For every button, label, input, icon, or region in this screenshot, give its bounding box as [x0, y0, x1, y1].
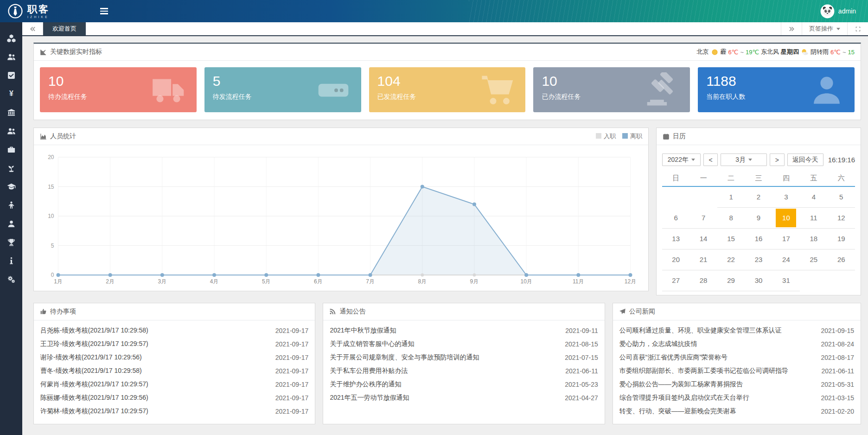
news-item[interactable]: 市委组织部副部长、市委两新工委项书记莅临公司调研指导2021-06-11 [619, 365, 854, 378]
calendar-day-selected[interactable]: 10 [772, 207, 800, 228]
sidebar-item-briefcase[interactable] [0, 140, 22, 159]
calendar-day[interactable]: 18 [800, 228, 827, 249]
sidebar-item-approval[interactable] [0, 66, 22, 84]
sidebar-item-user[interactable] [0, 214, 22, 233]
cloud-sun-icon [801, 48, 809, 56]
info-icon [7, 256, 16, 265]
calendar-day[interactable]: 13 [662, 228, 689, 249]
sidebar-item-staff[interactable] [0, 122, 22, 140]
day-of-week-header: 日 [662, 171, 689, 186]
calendar-day[interactable]: 2 [745, 186, 772, 207]
todo-item[interactable]: 吕尧栋-绩效考核(2021/9/17 10:29:58)2021-09-17 [40, 324, 308, 338]
calendar-day[interactable]: 7 [689, 207, 717, 228]
calendar-day[interactable]: 28 [689, 270, 717, 291]
paper-plane-icon [619, 308, 626, 315]
calendar-day[interactable]: 20 [662, 249, 689, 270]
sidebar-item-trophy[interactable] [0, 233, 22, 251]
calendar-day[interactable]: 22 [717, 249, 745, 270]
sidebar-item-bank[interactable] [0, 103, 22, 122]
news-item[interactable]: 综合管理提升项目签约及启动仪式在天台举行2021-03-15 [619, 391, 854, 405]
notice-item[interactable]: 2021年中秋节放假通知2021-09-11 [330, 324, 598, 338]
news-item[interactable]: 公司顺利通过质量、环境、职业健康安全管理三体系认证2021-09-15 [619, 324, 854, 338]
stat-card-已发流程任务[interactable]: 104已发流程任务 [369, 67, 526, 112]
todo-item[interactable]: 陈丽娜-绩效考核(2021/9/17 10:29:56)2021-09-17 [40, 391, 308, 405]
tabs-scroll-right-icon[interactable] [781, 22, 802, 35]
legend-item-入职[interactable]: 入职 [596, 132, 616, 141]
calendar-day[interactable]: 1 [717, 186, 745, 207]
notice-item[interactable]: 2021年五一劳动节放假通知2021-04-27 [330, 391, 598, 405]
calendar-day[interactable]: 8 [717, 207, 745, 228]
calendar-day[interactable]: 4 [800, 186, 827, 207]
person-icon [809, 72, 844, 108]
item-title: 谢珍-绩效考核(2021/9/17 10:29:56) [40, 353, 147, 362]
weather-condition-today: 霾 [721, 48, 727, 56]
graduation-cap-icon [7, 182, 16, 191]
fullscreen-icon[interactable] [847, 22, 868, 35]
news-item[interactable]: 公司喜获“浙江省优秀供应商”荣誉称号2021-08-17 [619, 351, 854, 365]
sidebar-item-salary[interactable]: ¥ [0, 84, 22, 103]
news-item[interactable]: 转变、行动、突破——迎新晚会完美谢幕2021-02-20 [619, 405, 854, 418]
calendar-day[interactable]: 15 [717, 228, 745, 249]
sidebar-item-settings[interactable] [0, 270, 22, 288]
sidebar-item-team[interactable] [0, 47, 22, 66]
tabs-scroll-left-icon[interactable] [22, 22, 43, 35]
notice-item[interactable]: 关于私车公用费用补贴办法2021-06-11 [330, 365, 598, 378]
avatar [820, 4, 835, 19]
calendar-day[interactable]: 11 [800, 207, 827, 228]
stat-card-当前在职人数[interactable]: 1188当前在职人数 [698, 67, 855, 112]
todo-item[interactable]: 王卫玲-绩效考核(2021/9/17 10:29:57)2021-09-17 [40, 338, 308, 351]
calendar-day[interactable]: 3 [772, 186, 800, 207]
tab-actions-dropdown[interactable]: 页签操作 [802, 22, 847, 35]
sidebar-item-child[interactable] [0, 196, 22, 214]
notice-list: 2021年中秋节放假通知2021-09-11关于成立销管客服中心的通知2021-… [323, 320, 604, 410]
notice-item[interactable]: 关于维护办公秩序的通知2021-05-23 [330, 378, 598, 391]
calendar-day[interactable]: 29 [717, 270, 745, 291]
calendar-day[interactable]: 12 [828, 207, 855, 228]
calendar-day[interactable]: 21 [689, 249, 717, 270]
calendar-day[interactable]: 23 [745, 249, 772, 270]
news-item[interactable]: 爱心助力，众志成城抗疫情2021-08-24 [619, 338, 854, 351]
menu-toggle-icon[interactable] [96, 4, 112, 18]
stat-card-待办流程任务[interactable]: 10待办流程任务 [40, 67, 197, 112]
calendar-day[interactable]: 16 [745, 228, 772, 249]
notice-item[interactable]: 关于开展公司规章制度、安全与事故预防培训的通知2021-07-15 [330, 351, 598, 365]
calendar-day[interactable]: 25 [800, 249, 827, 270]
todo-item[interactable]: 何蒙肖-绩效考核(2021/9/17 10:29:57)2021-09-17 [40, 378, 308, 391]
legend-item-离职[interactable]: 离职 [622, 132, 642, 141]
today-button[interactable]: 返回今天 [787, 154, 823, 166]
calendar-day[interactable]: 14 [689, 228, 717, 249]
calendar-day[interactable]: 9 [745, 207, 772, 228]
calendar-day[interactable]: 19 [828, 228, 855, 249]
calendar-day[interactable]: 17 [772, 228, 800, 249]
stat-card-待发流程任务[interactable]: 5待发流程任务 [204, 67, 361, 112]
sidebar-item-seedling[interactable] [0, 159, 22, 177]
tab-home[interactable]: 欢迎首页 [43, 22, 86, 35]
month-select[interactable]: 3月 [721, 154, 767, 166]
calendar-day[interactable]: 30 [745, 270, 772, 291]
user-menu[interactable]: admin [820, 4, 868, 19]
caret-down-icon [836, 28, 840, 30]
calendar-day[interactable]: 31 [772, 270, 800, 291]
svg-text:10月: 10月 [520, 278, 532, 285]
prev-month-button[interactable]: < [703, 154, 718, 166]
notice-item[interactable]: 关于成立销管客服中心的通知2021-08-15 [330, 338, 598, 351]
calendar-day[interactable]: 27 [662, 270, 689, 291]
todo-item[interactable]: 曹冬-绩效考核(2021/9/17 10:29:58)2021-09-17 [40, 365, 308, 378]
calendar-day[interactable]: 26 [828, 249, 855, 270]
chart-legend: 入职离职 [596, 132, 642, 141]
calendar-day[interactable]: 24 [772, 249, 800, 270]
svg-text:3月: 3月 [158, 278, 167, 285]
year-select[interactable]: 2022年 [662, 154, 701, 166]
news-item[interactable]: 爱心捐款公告——为装卸工杨家青募捐报告2021-05-31 [619, 378, 854, 391]
todo-item[interactable]: 谢珍-绩效考核(2021/9/17 10:29:56)2021-09-17 [40, 351, 308, 365]
stat-card-已办流程任务[interactable]: 10已办流程任务 [533, 67, 690, 112]
sidebar-item-info[interactable] [0, 251, 22, 270]
next-month-button[interactable]: > [770, 154, 785, 166]
sidebar-item-training[interactable] [0, 177, 22, 196]
bank-icon [7, 108, 16, 117]
calendar-day[interactable]: 5 [828, 186, 855, 207]
calendar-day[interactable]: 6 [662, 207, 689, 228]
cubes-icon [7, 34, 16, 43]
sidebar-item-cubes[interactable] [0, 29, 22, 47]
todo-item[interactable]: 许菊林-绩效考核(2021/9/17 10:29:57)2021-09-17 [40, 405, 308, 418]
